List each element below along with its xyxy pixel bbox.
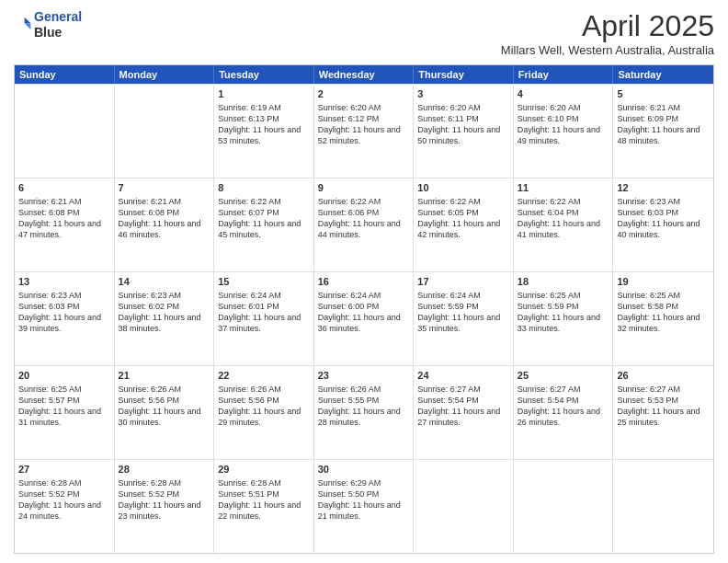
cal-cell-1-6: 12Sunrise: 6:23 AM Sunset: 6:03 PM Dayli… xyxy=(613,178,713,271)
day-number: 12 xyxy=(617,181,710,195)
sunrise-text: Sunrise: 6:25 AM xyxy=(18,385,82,394)
sunrise-text: Sunrise: 6:24 AM xyxy=(417,291,481,300)
cal-cell-4-1: 28Sunrise: 6:28 AM Sunset: 5:52 PM Dayli… xyxy=(115,460,215,553)
title-block: April 2025 Millars Well, Western Austral… xyxy=(501,9,714,57)
sunset-text: Sunset: 5:59 PM xyxy=(417,302,479,311)
sunrise-text: Sunrise: 6:19 AM xyxy=(218,103,281,112)
daylight-text: Daylight: 11 hours and 52 minutes. xyxy=(318,125,401,145)
daylight-text: Daylight: 11 hours and 39 minutes. xyxy=(18,313,101,333)
cal-cell-3-2: 22Sunrise: 6:26 AM Sunset: 5:56 PM Dayli… xyxy=(214,366,314,459)
sunset-text: Sunset: 6:06 PM xyxy=(318,208,380,217)
cal-cell-0-2: 1Sunrise: 6:19 AM Sunset: 6:13 PM Daylig… xyxy=(214,85,314,178)
daylight-text: Daylight: 11 hours and 28 minutes. xyxy=(318,407,401,427)
sunset-text: Sunset: 6:03 PM xyxy=(617,208,678,217)
calendar-header: Sunday Monday Tuesday Wednesday Thursday… xyxy=(15,65,713,84)
daylight-text: Daylight: 11 hours and 24 minutes. xyxy=(18,500,101,521)
day-number: 25 xyxy=(518,369,609,383)
cal-cell-2-0: 13Sunrise: 6:23 AM Sunset: 6:03 PM Dayli… xyxy=(15,272,115,365)
day-number: 26 xyxy=(617,369,710,383)
day-number: 4 xyxy=(518,87,609,101)
daylight-text: Daylight: 11 hours and 32 minutes. xyxy=(617,313,700,333)
sunrise-text: Sunrise: 6:27 AM xyxy=(417,385,481,394)
day-number: 3 xyxy=(417,87,509,101)
daylight-text: Daylight: 11 hours and 37 minutes. xyxy=(218,313,301,333)
sunrise-text: Sunrise: 6:29 AM xyxy=(318,478,381,488)
day-number: 30 xyxy=(318,463,410,477)
header-sunday: Sunday xyxy=(15,65,115,84)
cal-cell-0-1 xyxy=(115,85,215,178)
cal-cell-2-2: 15Sunrise: 6:24 AM Sunset: 6:01 PM Dayli… xyxy=(214,272,314,365)
day-number: 15 xyxy=(218,275,310,289)
day-number: 2 xyxy=(318,87,410,101)
sunset-text: Sunset: 6:04 PM xyxy=(518,208,579,217)
cal-cell-1-2: 8Sunrise: 6:22 AM Sunset: 6:07 PM Daylig… xyxy=(214,178,314,271)
month-year: April 2025 xyxy=(501,9,714,43)
day-number: 19 xyxy=(617,275,710,289)
cal-cell-0-3: 2Sunrise: 6:20 AM Sunset: 6:12 PM Daylig… xyxy=(314,85,415,178)
sunrise-text: Sunrise: 6:22 AM xyxy=(518,197,581,206)
day-number: 14 xyxy=(119,275,210,289)
sunrise-text: Sunrise: 6:25 AM xyxy=(617,291,680,300)
day-number: 29 xyxy=(218,463,310,477)
sunset-text: Sunset: 6:02 PM xyxy=(119,302,180,311)
day-number: 24 xyxy=(417,369,509,383)
daylight-text: Daylight: 11 hours and 26 minutes. xyxy=(518,407,600,427)
cal-cell-2-6: 19Sunrise: 6:25 AM Sunset: 5:58 PM Dayli… xyxy=(613,272,713,365)
daylight-text: Daylight: 11 hours and 31 minutes. xyxy=(18,407,101,427)
sunrise-text: Sunrise: 6:21 AM xyxy=(18,197,82,206)
sunrise-text: Sunrise: 6:27 AM xyxy=(617,385,680,394)
header-friday: Friday xyxy=(514,65,614,84)
cal-cell-0-4: 3Sunrise: 6:20 AM Sunset: 6:11 PM Daylig… xyxy=(414,85,514,178)
daylight-text: Daylight: 11 hours and 50 minutes. xyxy=(417,125,500,145)
sunrise-text: Sunrise: 6:23 AM xyxy=(18,291,82,300)
sunset-text: Sunset: 5:50 PM xyxy=(318,489,380,499)
daylight-text: Daylight: 11 hours and 25 minutes. xyxy=(617,407,700,427)
cal-cell-1-5: 11Sunrise: 6:22 AM Sunset: 6:04 PM Dayli… xyxy=(514,178,614,271)
daylight-text: Daylight: 11 hours and 46 minutes. xyxy=(119,219,201,239)
sunrise-text: Sunrise: 6:26 AM xyxy=(218,385,281,394)
cal-cell-2-4: 17Sunrise: 6:24 AM Sunset: 5:59 PM Dayli… xyxy=(414,272,514,365)
sunrise-text: Sunrise: 6:20 AM xyxy=(417,103,481,112)
daylight-text: Daylight: 11 hours and 53 minutes. xyxy=(218,125,301,145)
sunrise-text: Sunrise: 6:24 AM xyxy=(218,291,281,300)
cal-cell-4-6 xyxy=(613,460,713,553)
cal-cell-3-1: 21Sunrise: 6:26 AM Sunset: 5:56 PM Dayli… xyxy=(115,366,215,459)
sunrise-text: Sunrise: 6:22 AM xyxy=(318,197,381,206)
daylight-text: Daylight: 11 hours and 35 minutes. xyxy=(417,313,500,333)
daylight-text: Daylight: 11 hours and 30 minutes. xyxy=(119,407,201,427)
logo-blue: Blue xyxy=(34,25,82,40)
logo-general: General xyxy=(34,9,82,24)
sunrise-text: Sunrise: 6:24 AM xyxy=(318,291,381,300)
daylight-text: Daylight: 11 hours and 40 minutes. xyxy=(617,219,700,239)
sunrise-text: Sunrise: 6:23 AM xyxy=(119,291,182,300)
cal-cell-2-1: 14Sunrise: 6:23 AM Sunset: 6:02 PM Dayli… xyxy=(115,272,215,365)
cal-cell-4-0: 27Sunrise: 6:28 AM Sunset: 5:52 PM Dayli… xyxy=(15,460,115,553)
calendar-body: 1Sunrise: 6:19 AM Sunset: 6:13 PM Daylig… xyxy=(15,84,713,553)
logo: General Blue xyxy=(14,9,82,40)
cal-cell-4-4 xyxy=(414,460,514,553)
sunset-text: Sunset: 6:01 PM xyxy=(218,302,279,311)
cal-cell-2-3: 16Sunrise: 6:24 AM Sunset: 6:00 PM Dayli… xyxy=(314,272,415,365)
day-number: 21 xyxy=(119,369,210,383)
daylight-text: Daylight: 11 hours and 48 minutes. xyxy=(617,125,700,145)
day-number: 13 xyxy=(18,275,110,289)
day-number: 1 xyxy=(218,87,310,101)
sunrise-text: Sunrise: 6:20 AM xyxy=(318,103,381,112)
day-number: 10 xyxy=(417,181,509,195)
sunset-text: Sunset: 5:52 PM xyxy=(18,489,80,499)
sunset-text: Sunset: 6:11 PM xyxy=(417,114,479,123)
sunrise-text: Sunrise: 6:26 AM xyxy=(119,385,182,394)
daylight-text: Daylight: 11 hours and 38 minutes. xyxy=(119,313,201,333)
day-number: 8 xyxy=(218,181,310,195)
header-wednesday: Wednesday xyxy=(314,65,415,84)
sunset-text: Sunset: 6:03 PM xyxy=(18,302,80,311)
day-number: 9 xyxy=(318,181,410,195)
sunset-text: Sunset: 6:10 PM xyxy=(518,114,579,123)
calendar-row-1: 6Sunrise: 6:21 AM Sunset: 6:08 PM Daylig… xyxy=(15,178,713,271)
daylight-text: Daylight: 11 hours and 21 minutes. xyxy=(318,500,401,521)
daylight-text: Daylight: 11 hours and 42 minutes. xyxy=(417,219,500,239)
cal-cell-4-5 xyxy=(514,460,614,553)
sunset-text: Sunset: 5:54 PM xyxy=(417,396,479,405)
cal-cell-4-3: 30Sunrise: 6:29 AM Sunset: 5:50 PM Dayli… xyxy=(314,460,415,553)
sunrise-text: Sunrise: 6:28 AM xyxy=(18,478,82,488)
